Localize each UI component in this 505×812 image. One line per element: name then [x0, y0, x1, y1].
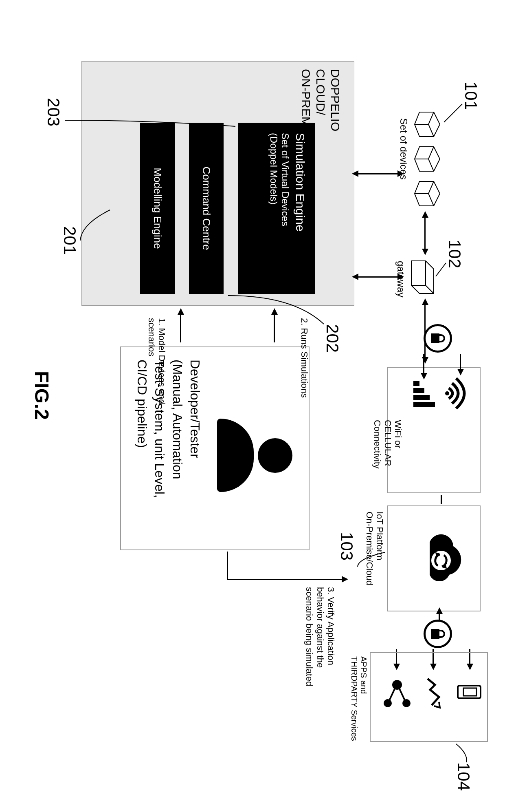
iot-l2: On-Premise/Cloud [364, 512, 375, 585]
connectivity-label: WiFi or CELLULAR Connectivity [372, 420, 403, 469]
connector [460, 354, 461, 371]
leader-line [454, 742, 470, 764]
svg-point-10 [392, 680, 402, 690]
dev-l2: (Manual, Automation [170, 360, 185, 479]
step1-l2: scenarios [147, 318, 157, 356]
connector [227, 579, 343, 580]
step2-label: 2. Runs Simulations [299, 318, 310, 398]
lock-icon [430, 332, 445, 345]
leader-line [434, 261, 448, 279]
connector [423, 354, 424, 375]
leader-line [224, 293, 326, 328]
device-cube-icon [413, 145, 444, 173]
step1-label: 1. Model Devices and scenarios [146, 318, 167, 404]
connector [424, 216, 426, 249]
doppelio-title: DOPPELIO CLOUD/ ON-PREM [299, 69, 343, 131]
arrow-head-icon [421, 373, 427, 380]
step3-l3: scenario being simulated [304, 587, 314, 686]
connector [180, 314, 181, 342]
step1-l1: 1. Model Devices and [157, 318, 167, 404]
sim-engine-sub2: (Doppel Models) [268, 133, 279, 284]
gateway-icon [409, 259, 436, 296]
arrow-head-icon [457, 369, 464, 375]
lock-icon [430, 627, 445, 640]
diagram-canvas: DOPPELIO CLOUD/ ON-PREM Simulation Engin… [0, 0, 505, 812]
doppelio-title-l3: ON-PREM [299, 69, 313, 127]
ref-203: 203 [44, 98, 63, 126]
connector [356, 173, 399, 174]
command-centre-label: Command Centre [200, 166, 213, 250]
svg-line-16 [436, 263, 446, 276]
step3-l1: 3. Verify Application [326, 587, 336, 665]
figure-label: FIG.2 [31, 371, 53, 420]
doppelio-title-l1: DOPPELIO [329, 69, 342, 131]
mobile-app-icon [457, 685, 481, 699]
ref-104: 104 [454, 762, 473, 791]
svg-rect-9 [463, 688, 476, 696]
connector [356, 276, 399, 278]
svg-point-11 [402, 699, 411, 707]
analytics-chart-icon [424, 677, 444, 709]
step3-label: 3. Verify Application behavior against t… [304, 587, 336, 686]
svg-rect-3 [413, 395, 430, 400]
cellular-signal-icon [411, 381, 436, 410]
arrow-head-icon [352, 170, 358, 177]
modelling-engine-label: Modelling Engine [151, 168, 164, 249]
leader-line [356, 550, 387, 571]
leader-line [77, 208, 112, 245]
svg-point-0 [445, 391, 449, 395]
device-cube-icon [413, 179, 444, 208]
svg-rect-7 [431, 629, 439, 639]
apps-label: APPS and THIRDPARTY Services [349, 656, 368, 741]
dev-l1: Developer/Tester [188, 360, 202, 458]
lock-badge-icon [424, 324, 452, 353]
svg-rect-2 [413, 388, 424, 393]
svg-point-12 [384, 699, 392, 707]
connector [441, 495, 442, 504]
arrow-head-icon [397, 170, 404, 177]
ref-202: 202 [323, 324, 342, 353]
apps-l2: THIRDPARTY Services [350, 656, 359, 741]
arrow-head-icon [436, 607, 443, 614]
developer-text: Developer/Tester (Manual, Automation Tes… [133, 360, 204, 498]
iot-label: IoT Platform On-Premise/Cloud [364, 512, 385, 585]
person-icon [217, 419, 292, 492]
svg-line-14 [389, 688, 395, 700]
arrow-head-icon [422, 211, 428, 218]
leader-line [442, 102, 464, 126]
step3-l2: behavior against the [315, 587, 325, 668]
arrow-head-icon [422, 249, 428, 255]
svg-rect-5 [431, 333, 439, 343]
arrow-head-icon [352, 274, 358, 280]
ref-103: 103 [337, 532, 356, 560]
conn-l2: CELLULAR [383, 420, 393, 466]
connector [227, 552, 228, 580]
wifi-icon [444, 375, 472, 412]
svg-line-15 [444, 104, 462, 122]
apps-l1: APPS and [359, 656, 368, 694]
svg-line-13 [399, 688, 405, 700]
conn-l1: WiFi or [393, 420, 403, 448]
arrow-head-icon [342, 576, 348, 583]
conn-l3: Connectivity [372, 420, 382, 469]
arrow-head-icon [178, 308, 184, 315]
sim-engine-sub1: Set of Virtual Devices [279, 133, 291, 284]
arrow-head-icon [422, 298, 428, 305]
svg-rect-1 [413, 381, 419, 386]
device-cube-icon [413, 110, 444, 139]
leader-line [61, 118, 236, 151]
doppelio-block: DOPPELIO CLOUD/ ON-PREM Simulation Engin… [81, 61, 354, 306]
arrow-head-icon [397, 274, 404, 280]
doppelio-title-l2: CLOUD/ [314, 69, 327, 115]
sim-engine-title: Simulation Engine [293, 133, 307, 284]
share-network-icon [383, 677, 411, 711]
svg-rect-4 [413, 402, 435, 407]
cloud-sync-icon [417, 526, 466, 591]
lock-badge-icon [424, 620, 452, 648]
ref-201: 201 [60, 226, 79, 255]
simulation-engine-block: Simulation Engine Set of Virtual Devices… [238, 123, 315, 294]
